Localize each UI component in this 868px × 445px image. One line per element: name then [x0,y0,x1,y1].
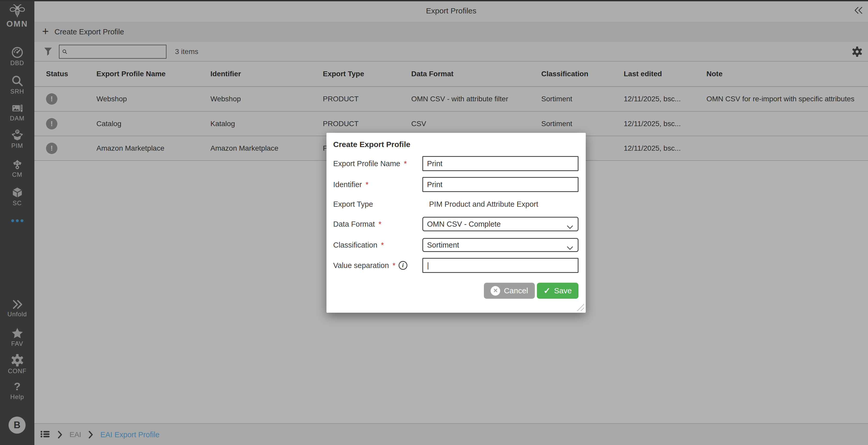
field-label: Data Format* [333,220,381,228]
chevron-down-icon [567,243,573,252]
required-asterisk: * [393,261,396,270]
app-window: OMN DBD SRH [0,0,868,445]
field-label: Export Profile Name* [333,159,407,168]
dialog-title: Create Export Profile [333,140,410,149]
field-row-value-separation: Value separation* i [333,258,579,273]
field-label: Identifier* [333,180,369,189]
identifier-input[interactable] [422,177,579,192]
cancel-button[interactable]: ✕ Cancel [484,283,534,299]
required-asterisk: * [381,241,384,249]
dialog-resize-handle[interactable] [576,303,584,311]
chevron-down-icon [567,222,573,231]
save-button-label: Save [554,286,572,295]
field-row-data-format: Data Format* OMN CSV - Complete [333,217,579,231]
checkmark-icon: ✓ [544,286,551,296]
export-type-value: PIM Product and Attribute Export [429,200,538,209]
required-asterisk: * [378,220,381,228]
field-label: Classification* [333,241,384,249]
classification-select[interactable]: Sortiment [422,238,579,252]
selected-value: Sortiment [427,241,459,249]
required-asterisk: * [404,159,407,168]
field-row-identifier: Identifier* [333,177,579,192]
cancel-button-label: Cancel [504,286,528,295]
x-circle-icon: ✕ [491,286,500,296]
field-row-export-type: Export Type PIM Product and Attribute Ex… [333,198,579,210]
value-separation-input[interactable] [422,258,579,273]
field-row-export-profile-name: Export Profile Name* [333,156,579,171]
create-export-profile-dialog: Create Export Profile Export Profile Nam… [327,133,586,313]
dialog-buttons: ✕ Cancel ✓ Save [484,283,579,299]
field-label: Value separation* i [333,261,407,270]
export-profile-name-input[interactable] [422,156,579,171]
save-button[interactable]: ✓ Save [537,283,579,299]
field-label: Export Type [333,200,373,209]
data-format-select[interactable]: OMN CSV - Complete [422,217,579,231]
field-row-classification: Classification* Sortiment [333,238,579,252]
required-asterisk: * [366,180,368,189]
info-icon[interactable]: i [399,261,407,270]
selected-value: OMN CSV - Complete [427,220,501,228]
